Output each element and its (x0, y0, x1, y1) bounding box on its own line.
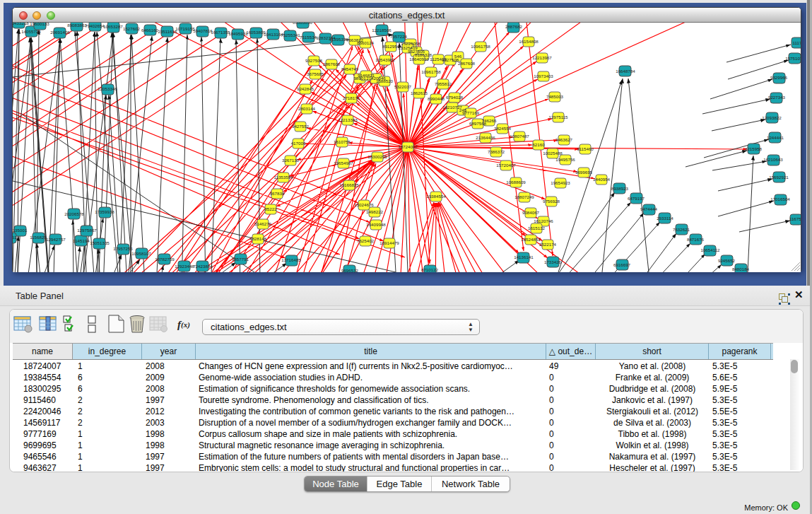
svg-text:8660124: 8660124 (357, 40, 375, 45)
svg-text:3824554: 3824554 (494, 126, 512, 131)
svg-text:2933114: 2933114 (657, 216, 673, 221)
svg-text:7955812: 7955812 (435, 81, 452, 86)
svg-text:15720407: 15720407 (496, 163, 516, 168)
svg-text:13716485: 13716485 (281, 257, 301, 262)
svg-text:15692921: 15692921 (769, 175, 789, 180)
svg-text:10719155: 10719155 (175, 26, 195, 31)
svg-text:11353594: 11353594 (273, 175, 293, 180)
svg-text:62160: 62160 (532, 142, 545, 147)
svg-text:9115460: 9115460 (577, 146, 594, 151)
svg-text:1610755: 1610755 (334, 139, 351, 144)
svg-text:10958107: 10958107 (131, 251, 151, 256)
svg-text:3675685: 3675685 (307, 71, 324, 76)
svg-text:6794028: 6794028 (446, 95, 464, 100)
svg-text:9327508: 9327508 (305, 58, 323, 63)
svg-text:79402654: 79402654 (85, 23, 105, 28)
svg-text:9474444: 9474444 (640, 206, 658, 211)
svg-text:8938923: 8938923 (611, 186, 629, 191)
svg-text:8990448: 8990448 (428, 96, 445, 101)
svg-text:10961758: 10961758 (471, 44, 490, 49)
svg-text:16671355: 16671355 (211, 30, 230, 35)
svg-text:13524851: 13524851 (521, 237, 541, 242)
svg-text:16409948: 16409948 (366, 222, 386, 227)
svg-text:15751074: 15751074 (785, 56, 801, 61)
svg-text:9857791: 9857791 (232, 257, 249, 262)
svg-text:20691406: 20691406 (50, 30, 70, 35)
svg-text:8710122: 8710122 (421, 267, 439, 272)
svg-text:18300295: 18300295 (367, 154, 387, 159)
svg-text:23511615: 23511615 (158, 29, 177, 34)
svg-text:10025488: 10025488 (543, 151, 563, 156)
svg-text:10807487: 10807487 (510, 134, 529, 139)
svg-text:1615132: 1615132 (528, 226, 546, 230)
svg-text:15024676: 15024676 (354, 202, 374, 207)
svg-text:7515534: 7515534 (300, 35, 317, 40)
svg-text:18807249: 18807249 (514, 194, 534, 199)
svg-text:22053346: 22053346 (98, 86, 117, 91)
svg-text:8471676: 8471676 (687, 237, 705, 242)
svg-text:1588520: 1588520 (376, 78, 394, 83)
svg-text:2522174: 2522174 (539, 242, 557, 247)
svg-text:72423884: 72423884 (193, 264, 213, 269)
svg-text:75255341: 75255341 (281, 33, 300, 37)
svg-text:8454749: 8454749 (341, 66, 359, 71)
svg-text:135001: 135001 (13, 228, 28, 233)
svg-text:4828148: 4828148 (249, 236, 267, 241)
svg-text:10782759: 10782759 (155, 257, 175, 262)
svg-text:19166825: 19166825 (339, 182, 359, 187)
svg-text:21364436: 21364436 (476, 135, 495, 140)
svg-text:6466160: 6466160 (141, 28, 159, 33)
svg-text:12923448: 12923448 (175, 264, 194, 269)
svg-text:5146270: 5146270 (254, 221, 272, 226)
svg-text:10543962: 10543962 (375, 57, 395, 62)
svg-text:7625402: 7625402 (357, 238, 375, 243)
svg-text:9427552: 9427552 (292, 124, 310, 129)
svg-text:1440954: 1440954 (593, 177, 611, 182)
svg-text:17016504: 17016504 (770, 197, 790, 201)
svg-text:9146821: 9146821 (358, 73, 375, 78)
svg-text:1527602: 1527602 (123, 26, 141, 31)
svg-text:1244441: 1244441 (767, 135, 784, 140)
svg-text:12093822: 12093822 (762, 115, 782, 120)
svg-text:89083863: 89083863 (67, 23, 87, 28)
svg-text:12213967: 12213967 (532, 55, 552, 60)
svg-text:2803144: 2803144 (298, 106, 316, 111)
svg-text:1117: 1117 (793, 40, 801, 45)
svg-text:(x): (x) (181, 320, 190, 329)
svg-text:12218506: 12218506 (372, 28, 392, 33)
svg-text:19384554: 19384554 (426, 194, 446, 199)
svg-text:7485003: 7485003 (546, 94, 564, 99)
svg-text:9329966: 9329966 (770, 75, 788, 80)
svg-text:3267130: 3267130 (282, 158, 300, 163)
svg-text:10654112: 10654112 (700, 247, 720, 252)
svg-text:1498222: 1498222 (366, 209, 384, 214)
svg-text:9084067: 9084067 (522, 210, 540, 215)
svg-text:8215958: 8215958 (745, 146, 763, 151)
svg-text:1862615: 1862615 (411, 90, 428, 95)
svg-text:9756928: 9756928 (543, 199, 560, 204)
svg-text:16210643: 16210643 (763, 157, 783, 162)
svg-text:16648784: 16648784 (616, 69, 635, 74)
svg-text:10973403: 10973403 (534, 74, 553, 78)
svg-text:7357224: 7357224 (390, 34, 408, 39)
svg-text:7632621: 7632621 (673, 227, 690, 232)
svg-text:417006: 417006 (291, 141, 306, 146)
svg-text:9463627: 9463627 (555, 137, 573, 142)
svg-text:2867608: 2867608 (323, 62, 341, 66)
svg-text:59407816: 59407816 (193, 28, 213, 33)
svg-text:8912954: 8912954 (382, 44, 400, 49)
svg-text:10433218: 10433218 (13, 23, 29, 25)
svg-text:9777169: 9777169 (462, 110, 480, 115)
svg-text:9242845: 9242845 (297, 86, 314, 91)
svg-text:15051335: 15051335 (90, 240, 110, 245)
svg-text:16154808: 16154808 (519, 39, 539, 44)
svg-text:1733426: 1733426 (544, 259, 562, 264)
svg-text:17359938: 17359938 (95, 209, 114, 214)
svg-text:18640910: 18640910 (409, 57, 429, 62)
svg-text:18724007: 18724007 (398, 144, 418, 149)
svg-text:6479197: 6479197 (628, 196, 645, 201)
svg-text:9699695: 9699695 (575, 170, 593, 175)
svg-text:9245652: 9245652 (718, 258, 736, 263)
svg-text:85222: 85222 (264, 206, 277, 211)
svg-text:8480184: 8480184 (732, 267, 750, 271)
